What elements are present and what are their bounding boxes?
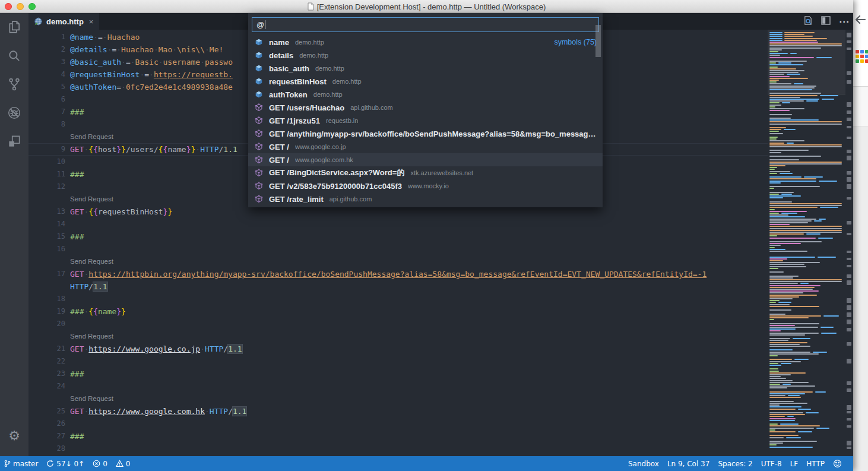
minimap-line xyxy=(769,127,786,128)
quick-open-item[interactable]: GET /anything/myapp-srv/backoffice/boSen… xyxy=(248,127,603,140)
debug-icon[interactable] xyxy=(0,99,28,127)
ruler-decoration xyxy=(847,441,851,445)
minimap-line xyxy=(769,393,805,394)
codelens-row[interactable]: Send Request xyxy=(28,393,768,405)
settings-gear-icon[interactable]: ⚙ xyxy=(0,424,28,448)
status-lf[interactable]: LF xyxy=(786,456,803,471)
minimap-line xyxy=(806,412,819,413)
quick-open-item[interactable]: GET /1jrszu51requestb.in xyxy=(248,114,603,127)
line-number: 19 xyxy=(28,305,65,318)
quick-open-item[interactable]: namedemo.httpsymbols (75) xyxy=(248,36,603,49)
minimap-line xyxy=(769,338,790,339)
minimap-line xyxy=(769,353,819,355)
ruler-decoration xyxy=(847,342,851,346)
status-57-0[interactable]: 57↓ 0↑ xyxy=(42,456,88,471)
minimap-line xyxy=(769,114,792,115)
quick-open-item[interactable]: GET /www.google.com.hk xyxy=(248,153,603,166)
status-right: SandboxLn 9, Col 37Spaces: 2UTF-8LFHTTP xyxy=(624,456,846,471)
minimap-line xyxy=(784,34,804,35)
quick-open-item[interactable]: basic_authdemo.http xyxy=(248,62,603,75)
minimap-line xyxy=(815,391,826,393)
quick-open-item[interactable]: GET /rate_limitapi.github.com xyxy=(248,192,603,206)
more-actions-icon[interactable]: ⋯ xyxy=(839,15,850,28)
minimap-line xyxy=(769,188,774,189)
close-button[interactable] xyxy=(5,3,12,10)
minimap-line xyxy=(800,283,809,284)
back-arrow-icon[interactable] xyxy=(854,14,866,27)
quick-open-item[interactable]: GET /BingDictService.aspx?Word=的xtk.azur… xyxy=(248,166,603,179)
item-label: GET /rate_limit xyxy=(269,195,324,204)
line-number: 20 xyxy=(28,318,65,330)
quick-open-item[interactable]: GET /v2/583e75b9120000b71cc045f3www.mock… xyxy=(248,179,603,192)
quick-open-item[interactable]: detailsdemo.http xyxy=(248,49,603,62)
minimap-line xyxy=(769,76,790,77)
minimap-line xyxy=(769,181,816,182)
minimap-line xyxy=(783,384,791,385)
preview-icon[interactable] xyxy=(803,15,813,28)
minimap-line xyxy=(769,327,818,328)
tab-close-icon[interactable]: × xyxy=(89,18,94,26)
minimap-line xyxy=(769,192,794,193)
quick-open-item[interactable]: GET /www.google.co.jp xyxy=(248,140,603,153)
item-description: api.github.com xyxy=(330,195,372,203)
minimap-line xyxy=(769,43,842,45)
status-0[interactable]: 0 xyxy=(112,456,135,471)
split-editor-icon[interactable] xyxy=(821,16,831,27)
ruler-decoration xyxy=(847,251,851,253)
minimap-line xyxy=(769,374,791,375)
explorer-icon[interactable] xyxy=(0,13,28,42)
status-smiley[interactable] xyxy=(829,456,846,471)
minimap-line xyxy=(769,257,815,258)
minimap-line xyxy=(769,372,806,374)
minimap-line xyxy=(769,211,807,212)
search-icon[interactable] xyxy=(0,42,28,70)
minimap-line xyxy=(769,437,784,438)
vscode-window: [Extension Development Host] - demo.http… xyxy=(0,0,853,471)
status-ln-9-col-37[interactable]: Ln 9, Col 37 xyxy=(663,456,714,471)
quick-open-item[interactable]: GET /users/Huachaoapi.github.com xyxy=(248,101,603,114)
minimap-line xyxy=(822,99,834,100)
minimap-line xyxy=(769,295,817,296)
tab-demo-http[interactable]: demo.http × xyxy=(28,13,99,30)
extensions-icon[interactable] xyxy=(0,127,28,156)
status-sandbox[interactable]: Sandbox xyxy=(624,456,663,471)
minimize-button[interactable] xyxy=(17,3,24,10)
minimap-line xyxy=(769,395,785,396)
minimap-line xyxy=(778,302,791,303)
minimap-line xyxy=(818,257,836,258)
codelens-row[interactable]: Send Request xyxy=(28,255,768,268)
minimap-line xyxy=(784,40,817,41)
minimap-line xyxy=(769,241,822,242)
source-control-icon[interactable] xyxy=(0,70,28,99)
quick-open-item[interactable]: authTokendemo.http xyxy=(248,88,603,101)
status-master[interactable]: master xyxy=(0,456,42,471)
status-utf-8[interactable]: UTF-8 xyxy=(757,456,786,471)
line-number: 6 xyxy=(28,93,65,106)
send-request-codelens: Send Request xyxy=(70,131,113,143)
minimap-line xyxy=(769,133,783,134)
status-http[interactable]: HTTP xyxy=(802,456,829,471)
overview-ruler[interactable] xyxy=(845,30,853,456)
quick-open-scrollbar[interactable] xyxy=(595,25,601,57)
item-description: demo.http xyxy=(299,52,328,59)
minimap-line xyxy=(769,292,803,293)
quick-open-input[interactable]: @ xyxy=(252,17,599,32)
request-icon xyxy=(254,155,264,165)
grid-dot xyxy=(860,59,864,63)
minimap-line xyxy=(769,178,816,179)
codelens-row[interactable]: Send Request xyxy=(28,330,768,343)
error-icon xyxy=(93,460,100,467)
apps-grid-icon[interactable] xyxy=(856,50,868,63)
zoom-button[interactable] xyxy=(28,3,36,10)
line-number: 23 xyxy=(28,368,65,380)
quick-open-item[interactable]: requestBinHostdemo.http xyxy=(248,75,603,88)
status-spaces-2[interactable]: Spaces: 2 xyxy=(714,456,756,471)
grid-dot xyxy=(856,59,859,63)
minimap-line xyxy=(784,38,827,39)
minimap-line xyxy=(769,182,781,184)
code-line: 23### xyxy=(28,368,768,380)
minimap-line xyxy=(769,423,778,425)
status-0[interactable]: 0 xyxy=(88,456,112,471)
minimap[interactable] xyxy=(768,30,845,456)
code-line: 28 xyxy=(28,442,768,455)
